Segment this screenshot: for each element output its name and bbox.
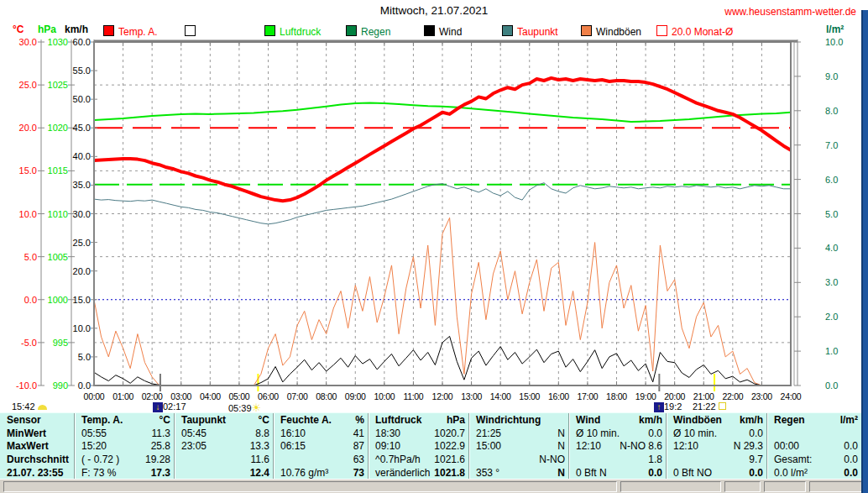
rain-axis-label: 2.0 bbox=[825, 312, 838, 322]
right-scrollbar[interactable] bbox=[861, 10, 868, 493]
column-name: Feuchte A. bbox=[280, 414, 332, 426]
daily-statistics-table: SensorMinWertMaxWertDurchschnitt21.07. 2… bbox=[0, 412, 861, 480]
rain-axis-label: 10.0 bbox=[825, 37, 843, 47]
table-row: 15:00N bbox=[469, 440, 568, 454]
table-row: 21:25N bbox=[469, 427, 568, 440]
status-bar bbox=[0, 479, 868, 493]
rain-axis-label: 3.0 bbox=[825, 277, 838, 287]
table-cell-value: 0.0 bbox=[844, 454, 858, 465]
table-cell-value: 1021.6 bbox=[434, 454, 465, 465]
table-row: 63 bbox=[274, 453, 368, 466]
pressure-axis-label: 1000 bbox=[48, 295, 68, 305]
table-row: 09:101022.9 bbox=[369, 440, 468, 454]
wind-axis-label: 5.0 bbox=[78, 352, 91, 362]
column-header: Windböenkm/h bbox=[667, 413, 766, 427]
column-unit: km/h bbox=[740, 414, 763, 426]
wind-axis-label: 10.0 bbox=[73, 323, 91, 333]
table-cell-time: Gesamt: bbox=[774, 454, 812, 465]
table-cell-time: 15:20 bbox=[81, 440, 107, 452]
table-column-windrichtung: Windrichtung21:25N15:00NN-NO353 °N bbox=[468, 413, 568, 480]
wind-axis-label: 55.0 bbox=[73, 66, 91, 76]
rain-axis-label: 6.0 bbox=[825, 175, 838, 185]
column-header: LuftdruckhPa bbox=[369, 413, 468, 427]
moonrise-icon: ↑ bbox=[654, 402, 664, 412]
wind-axis-label: 35.0 bbox=[73, 180, 91, 190]
table-column-wind: Windkm/hØ 10 min.0.012:10N-NO 8.61.80 Bf… bbox=[568, 413, 666, 480]
pressure-axis-label: 1025 bbox=[48, 80, 68, 90]
table-cell-value: 0.0 bbox=[749, 427, 763, 439]
rain-axis-label: 1.0 bbox=[825, 346, 838, 356]
table-cell-value: 0.0 bbox=[844, 440, 858, 452]
table-row: 05:5511.3 bbox=[75, 427, 174, 440]
table-cell-time: 06:15 bbox=[280, 440, 306, 452]
table-cell-value: 8.8 bbox=[255, 427, 269, 439]
rain-axis-label: 8.0 bbox=[825, 106, 838, 116]
table-cell-value: 0.0 bbox=[749, 467, 763, 479]
table-cell-value: 13.3 bbox=[250, 440, 269, 452]
table-cell-time: 09:10 bbox=[375, 440, 400, 452]
table-cell-time: 0 Bft NO bbox=[673, 467, 712, 479]
moonrise-time-label: 19:2 bbox=[664, 401, 682, 412]
table-row: 11.6 bbox=[175, 453, 273, 466]
table-cell-time: Ø 10 min. bbox=[673, 427, 717, 439]
column-name: Windrichtung bbox=[476, 414, 541, 426]
pressure-axis-label: 1020 bbox=[48, 123, 68, 133]
table-row: 15:2025.8 bbox=[75, 440, 174, 454]
column-name: Luftdruck bbox=[375, 414, 421, 426]
table-row: 12:10N-NO 8.6 bbox=[569, 440, 666, 454]
table-row: 18:301020.7 bbox=[369, 427, 468, 440]
table-column-feuchte-a-: Feuchte A.%16:104106:15876310.76 g/m³73 bbox=[273, 413, 368, 480]
table-row: 0 Bft N0.0 bbox=[569, 466, 666, 480]
table-row: 12.4 bbox=[175, 466, 273, 480]
table-column-windb-en: Windböenkm/hØ 10 min.0.012:10N 29.39.70 … bbox=[666, 413, 766, 480]
table-cell-time: 00:00 bbox=[774, 440, 799, 452]
table-cell-time: 23:05 bbox=[181, 440, 207, 452]
column-header: Temp. A.°C bbox=[75, 413, 174, 427]
temp-axis-label: 0.0 bbox=[24, 295, 37, 305]
table-cell-value: N bbox=[557, 467, 565, 479]
table-row: Ø 10 min.0.0 bbox=[667, 427, 766, 440]
column-header: Windkm/h bbox=[569, 413, 666, 427]
pressure-axis-label: 990 bbox=[53, 380, 68, 391]
table-cell-value: 63 bbox=[353, 454, 364, 465]
table-cell-time: ( - 0.72 ) bbox=[81, 454, 119, 465]
table-cell-time: 12:10 bbox=[673, 440, 698, 452]
table-cell-time: Ø 10 min. bbox=[576, 427, 620, 439]
table-cell-value: 41 bbox=[353, 427, 364, 439]
table-cell-value: N bbox=[557, 427, 565, 439]
sunrise-time: 05:39☀ bbox=[228, 401, 261, 413]
moonset-time-label: 02:17 bbox=[163, 401, 186, 412]
status-panel bbox=[764, 481, 807, 492]
weather-chart: 30.025.020.015.010.05.00.0-5.0-10.010301… bbox=[0, 0, 868, 391]
table-cell-time: 12:10 bbox=[576, 440, 601, 452]
wind-axis-label: 50.0 bbox=[73, 94, 91, 104]
table-cell-value: 0.0 bbox=[844, 467, 858, 479]
table-row: 05:458.8 bbox=[175, 427, 273, 440]
wind-axis-label: 15.0 bbox=[73, 295, 91, 305]
table-cell-time: 0 Bft N bbox=[576, 467, 607, 479]
wind-axis-label: 25.0 bbox=[73, 238, 91, 248]
table-cell-value: 1022.9 bbox=[434, 440, 465, 452]
moonset-time: ↓02:17 bbox=[153, 401, 186, 413]
wind-axis-label: 40.0 bbox=[73, 151, 91, 161]
table-cell-value: 73 bbox=[353, 467, 364, 479]
table-cell-value: N bbox=[557, 440, 565, 452]
table-row bbox=[767, 427, 861, 440]
column-unit: hPa bbox=[447, 414, 465, 426]
table-row: N-NO bbox=[469, 453, 568, 466]
temp-axis-label: 30.0 bbox=[19, 37, 37, 47]
table-row: 12:10N 29.3 bbox=[667, 440, 766, 454]
table-cell-time: 21:25 bbox=[476, 427, 501, 439]
table-cell-value: N-NO bbox=[539, 454, 565, 465]
moonrise-time: ↑19:2 bbox=[654, 401, 682, 413]
column-unit: °C bbox=[159, 414, 170, 426]
column-name: Temp. A. bbox=[81, 414, 123, 426]
table-cell-time: 15:00 bbox=[476, 440, 501, 452]
temp-axis-label: 15.0 bbox=[19, 165, 37, 176]
status-panel bbox=[620, 481, 720, 492]
column-header: Regenl/m² bbox=[767, 413, 861, 427]
table-column-taupunkt: Taupunkt°C05:458.823:0513.311.612.4 bbox=[174, 413, 273, 480]
table-cell-value: 0.0 bbox=[648, 467, 662, 479]
column-header: Taupunkt°C bbox=[175, 413, 273, 427]
row-label: MinWert bbox=[0, 427, 74, 440]
